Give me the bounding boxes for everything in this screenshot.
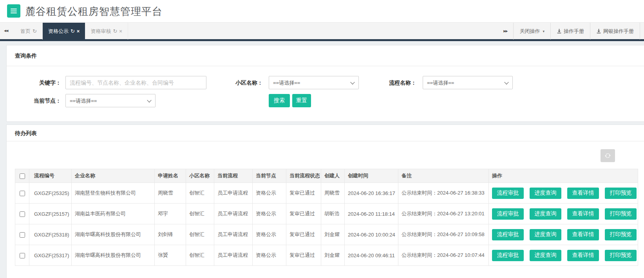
remark-cell: 公示结束时间：2024-06-27 10:07:44 [398, 245, 489, 266]
process-name-select-wrap: ==请选择== [423, 76, 513, 89]
operation-manual-link[interactable]: 操作手册 [550, 23, 590, 40]
current-node-cell: 资格公示 [253, 224, 286, 245]
flow-no-cell: GXGZF(25318) [29, 224, 72, 245]
actions-cell: 流程审批进度查询查看详情打印预览 [489, 204, 638, 224]
community-cell: 创智汇 [186, 245, 214, 266]
select-all-checkbox[interactable] [20, 173, 25, 179]
view-details-button[interactable]: 查看详情 [567, 229, 599, 240]
creator-cell: 刘金耀 [321, 224, 345, 245]
process-name-select[interactable]: ==请选择== [423, 76, 513, 89]
view-details-button[interactable]: 查看详情 [567, 250, 599, 261]
reset-button[interactable]: 重置 [292, 94, 311, 107]
keyword-label: 关键字： [7, 76, 61, 89]
scroll-tabs-left-icon[interactable]: ◀◀ [4, 23, 8, 39]
row-checkbox[interactable] [20, 191, 25, 196]
progress-query-button[interactable]: 进度查询 [530, 229, 561, 240]
bank-manual-link[interactable]: 网银操作手册 [590, 23, 640, 40]
print-preview-button[interactable]: 打印预览 [605, 208, 637, 220]
column-header: 小区名称 [186, 169, 214, 183]
created-time-cell: 2024-06-20 16:36:17 [345, 183, 398, 204]
tab-qualification-publicity[interactable]: 资格公示↻× [43, 23, 85, 40]
flow-approval-button[interactable]: 流程审批 [492, 188, 524, 199]
flow-no-cell: GXGZF(25157) [29, 204, 72, 224]
column-header: 申请姓名 [155, 169, 186, 183]
todo-panel-title: 待办列表 [7, 125, 644, 141]
community-name-select[interactable]: ==请选择== [269, 76, 359, 89]
community-name-label: 小区名称： [203, 76, 263, 89]
remark-cell: 公示结束时间：2024-06-27 16:38:33 [398, 183, 489, 204]
refresh-tab-icon[interactable]: ↻ [71, 28, 75, 34]
created-time-cell: 2024-06-20 10:00:24 [345, 224, 398, 245]
current-node-cell: 资格公示 [253, 204, 286, 224]
clipped-menu-item[interactable]: ( [640, 23, 644, 40]
app-header: 麓谷租赁公租房智慧管理平台 [0, 0, 644, 22]
community-cell: 创智汇 [186, 224, 214, 245]
view-details-button[interactable]: 查看详情 [567, 208, 599, 220]
current-node-label: 当前节点： [7, 94, 61, 107]
row-checkbox-cell [15, 224, 29, 245]
current-node-cell: 资格公示 [253, 183, 286, 204]
status-cell: 复审已通过 [286, 183, 321, 204]
remark-cell: 公示结束时间：2024-06-27 10:09:58 [398, 224, 489, 245]
company-cell: 湖南华曙高科技股份有限公司 [72, 224, 155, 245]
table-row: GXGZF(25317)湖南华曙高科技股份有限公司张贇创智汇员工申请流程资格公示… [15, 245, 638, 266]
current-flow-cell: 员工申请流程 [214, 183, 253, 204]
progress-query-button[interactable]: 进度查询 [530, 188, 561, 199]
tabs: 首页↻ 资格公示↻× 资格审核↻× [15, 23, 128, 40]
created-time-cell: 2024-06-20 11:18:14 [345, 204, 398, 224]
column-header: 操作 [489, 169, 638, 183]
refresh-table-button[interactable] [601, 149, 615, 162]
flow-no-cell: GXGZF(25317) [29, 245, 72, 266]
download-icon [596, 29, 601, 34]
status-cell: 复审已通过 [286, 204, 321, 224]
table-header-row: 流程编号企业名称申请姓名小区名称当前流程当前节点当前流程状态创建人创建时间备注操… [15, 169, 638, 183]
print-preview-button[interactable]: 打印预览 [605, 188, 637, 199]
progress-query-button[interactable]: 进度查询 [530, 208, 561, 220]
print-preview-button[interactable]: 打印预览 [605, 250, 637, 261]
close-operations-dropdown[interactable]: 关闭操作 ▾ [513, 23, 550, 40]
applicant-cell: 邓宇 [155, 204, 186, 224]
tab-qualification-review[interactable]: 资格审核↻× [85, 23, 128, 40]
remark-cell: 公示结束时间：2024-06-27 13:20:01 [398, 204, 489, 224]
todo-panel: 待办列表 流程编号企业名称申请姓名小区名称当前流程当前节点当前流程状态创建人创建… [6, 125, 644, 278]
flow-approval-button[interactable]: 流程审批 [492, 208, 524, 220]
created-time-cell: 2024-06-20 09:46:11 [345, 245, 398, 266]
row-checkbox[interactable] [20, 211, 25, 217]
flow-approval-button[interactable]: 流程审批 [492, 229, 524, 240]
current-node-select[interactable]: ==请选择== [65, 94, 156, 107]
refresh-tab-icon[interactable]: ↻ [113, 28, 117, 34]
status-cell: 复审已通过 [286, 224, 321, 245]
column-header: 企业名称 [72, 169, 155, 183]
current-flow-cell: 员工申请流程 [214, 245, 253, 266]
row-checkbox[interactable] [20, 232, 25, 238]
search-button[interactable]: 搜索 [269, 94, 290, 107]
hamburger-menu-button[interactable] [7, 4, 20, 18]
download-icon [557, 29, 562, 34]
current-flow-cell: 员工申请流程 [214, 224, 253, 245]
tab-home[interactable]: 首页↻ [15, 23, 43, 40]
query-panel-title: 查询条件 [7, 45, 644, 66]
column-header: 当前流程 [214, 169, 253, 183]
progress-query-button[interactable]: 进度查询 [530, 250, 561, 261]
row-checkbox[interactable] [20, 253, 25, 258]
process-name-label: 流程名称： [356, 76, 416, 89]
close-tab-icon[interactable]: × [119, 28, 122, 34]
current-node-select-wrap: ==请选择== [65, 94, 156, 107]
creator-cell: 胡昕浩 [321, 204, 345, 224]
column-header: 备注 [398, 169, 489, 183]
caret-down-icon: ▾ [543, 29, 545, 33]
applicant-cell: 张贇 [155, 245, 186, 266]
close-tab-icon[interactable]: × [77, 28, 80, 34]
company-cell: 湖南慧登生物科技有限公司 [72, 183, 155, 204]
query-panel: 查询条件 关键字： 小区名称： ==请选择== 流程名称： ==请选择== 当前… [6, 45, 644, 122]
refresh-tab-icon[interactable]: ↻ [33, 28, 37, 34]
community-cell: 创智汇 [186, 183, 214, 204]
flow-approval-button[interactable]: 流程审批 [492, 250, 524, 261]
view-details-button[interactable]: 查看详情 [567, 188, 599, 199]
scroll-tabs-right-button[interactable]: ▶▶ [497, 23, 513, 40]
table-row: GXGZF(25157)湖南益丰医药有限公司邓宇创智汇员工申请流程资格公示复审已… [15, 204, 638, 224]
creator-cell: 刘金耀 [321, 245, 345, 266]
print-preview-button[interactable]: 打印预览 [605, 229, 637, 240]
keyword-input[interactable] [65, 76, 206, 89]
current-node-cell: 资格公示 [253, 245, 286, 266]
